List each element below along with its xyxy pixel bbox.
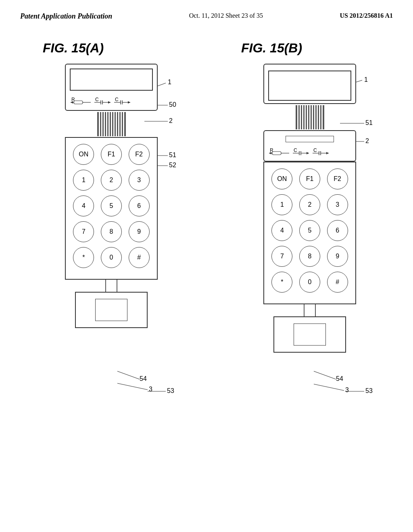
capacitor1-symbol-a: C <box>94 96 113 104</box>
bottom-module-a <box>75 292 148 328</box>
key-f1-b[interactable]: F1 <box>299 168 320 189</box>
top-display-module-a: R C <box>65 64 158 111</box>
svg-text:C: C <box>115 97 119 102</box>
key-7-a[interactable]: 7 <box>73 221 94 242</box>
resistor-symbol-a: R <box>71 96 93 104</box>
key-on-b[interactable]: ON <box>271 168 292 189</box>
key-f1-a[interactable]: F1 <box>101 144 122 165</box>
svg-text:3: 3 <box>345 387 349 393</box>
key-8-b[interactable]: 8 <box>299 246 320 267</box>
key-1-b[interactable]: 1 <box>271 194 292 215</box>
key-row-1-a: ON F1 F2 <box>70 144 153 165</box>
bottom-connector-a <box>65 280 158 292</box>
svg-text:51: 51 <box>365 119 373 126</box>
svg-marker-61 <box>326 152 329 154</box>
svg-text:2: 2 <box>169 117 173 124</box>
svg-text:2: 2 <box>365 137 369 144</box>
key-row-5-a: * 0 # <box>70 247 153 268</box>
page-header: Patent Application Publication Oct. 11, … <box>0 0 413 21</box>
keypad-module-a: ON F1 F2 1 2 3 4 5 6 7 8 9 <box>65 137 158 280</box>
fig-15a-title: FIG. 15(A) <box>43 41 104 56</box>
key-6-a[interactable]: 6 <box>129 195 150 216</box>
key-2-a[interactable]: 2 <box>101 170 122 191</box>
key-hash-a[interactable]: # <box>129 247 150 268</box>
key-5-b[interactable]: 5 <box>299 220 320 241</box>
bottom-module-b <box>273 316 346 353</box>
ribbon-cable-a <box>65 111 158 137</box>
key-4-b[interactable]: 4 <box>271 220 292 241</box>
fig-15b-title: FIG. 15(B) <box>241 41 302 56</box>
key-9-a[interactable]: 9 <box>129 221 150 242</box>
ribbon-cable-b <box>263 104 356 130</box>
key-4-a[interactable]: 4 <box>73 195 94 216</box>
svg-text:50: 50 <box>169 101 176 108</box>
key-f2-b[interactable]: F2 <box>327 168 348 189</box>
key-f2-a[interactable]: F2 <box>129 144 150 165</box>
top-display-module-b <box>263 64 356 104</box>
key-row-3-a: 4 5 6 <box>70 195 153 216</box>
svg-text:1: 1 <box>168 79 171 85</box>
svg-line-41 <box>314 384 344 391</box>
key-0-a[interactable]: 0 <box>101 247 122 268</box>
capacitor2-symbol-a: C <box>114 96 132 104</box>
svg-rect-18 <box>74 101 83 104</box>
key-row-5-b: * 0 # <box>268 272 351 293</box>
key-star-b[interactable]: * <box>271 272 292 293</box>
svg-text:54: 54 <box>336 375 343 382</box>
key-3-b[interactable]: 3 <box>327 194 348 215</box>
sheet-info: Oct. 11, 2012 Sheet 23 of 35 <box>189 12 263 19</box>
key-2-b[interactable]: 2 <box>299 194 320 215</box>
key-3-a[interactable]: 3 <box>129 170 150 191</box>
svg-text:C: C <box>294 148 297 153</box>
bottom-inner-box-b <box>294 324 326 346</box>
keypad-module-b: ON F1 F2 1 2 3 4 5 6 7 8 9 <box>263 162 356 304</box>
circuit-row-b: R C C <box>268 145 351 157</box>
svg-marker-55 <box>307 152 309 154</box>
patent-number: US 2012/256816 A1 <box>340 12 393 19</box>
svg-text:3: 3 <box>149 386 152 393</box>
circuit-row-a: R C <box>70 94 153 106</box>
capacitor1-symbol-b: C <box>293 146 311 155</box>
key-8-a[interactable]: 8 <box>101 221 122 242</box>
key-row-2-a: 1 2 3 <box>70 170 153 191</box>
svg-text:1: 1 <box>364 76 368 83</box>
svg-marker-26 <box>108 101 111 104</box>
key-row-2-b: 1 2 3 <box>268 194 351 215</box>
svg-line-10 <box>117 371 140 379</box>
figure-15b: FIG. 15(B) 1 51 2 54 3 53 <box>221 41 390 353</box>
svg-line-12 <box>117 383 148 390</box>
svg-text:53: 53 <box>167 387 174 394</box>
bottom-inner-box-a <box>95 299 127 321</box>
capacitor2-symbol-b: C <box>313 146 331 155</box>
key-6-b[interactable]: 6 <box>327 220 348 241</box>
publication-label: Patent Application Publication <box>20 12 112 21</box>
key-row-3-b: 4 5 6 <box>268 220 351 241</box>
key-9-b[interactable]: 9 <box>327 246 348 267</box>
svg-text:52: 52 <box>169 162 176 168</box>
key-row-1-b: ON F1 F2 <box>268 168 351 189</box>
input-bar-b <box>286 136 334 142</box>
key-on-a[interactable]: ON <box>73 144 94 165</box>
svg-text:R: R <box>270 148 273 153</box>
key-1-a[interactable]: 1 <box>73 170 94 191</box>
key-5-a[interactable]: 5 <box>101 195 122 216</box>
display-screen-b <box>268 71 351 101</box>
key-7-b[interactable]: 7 <box>271 246 292 267</box>
svg-marker-32 <box>128 101 130 104</box>
key-hash-b[interactable]: # <box>327 272 348 293</box>
svg-rect-47 <box>272 152 281 155</box>
key-star-a[interactable]: * <box>73 247 94 268</box>
key-row-4-a: 7 8 9 <box>70 221 153 242</box>
display-screen-a <box>70 69 153 91</box>
resistor-symbol-b: R <box>269 146 291 155</box>
svg-line-39 <box>314 371 336 379</box>
svg-text:54: 54 <box>140 375 147 382</box>
key-row-4-b: 7 8 9 <box>268 246 351 267</box>
figure-15a: FIG. 15(A) 1 50 2 51 52 54 3 <box>23 41 192 353</box>
svg-text:C: C <box>313 148 317 153</box>
circuit-module-b: R C C <box>263 130 356 162</box>
svg-text:R: R <box>71 97 75 102</box>
key-0-b[interactable]: 0 <box>299 272 320 293</box>
svg-text:51: 51 <box>169 152 176 158</box>
svg-text:53: 53 <box>365 387 373 394</box>
